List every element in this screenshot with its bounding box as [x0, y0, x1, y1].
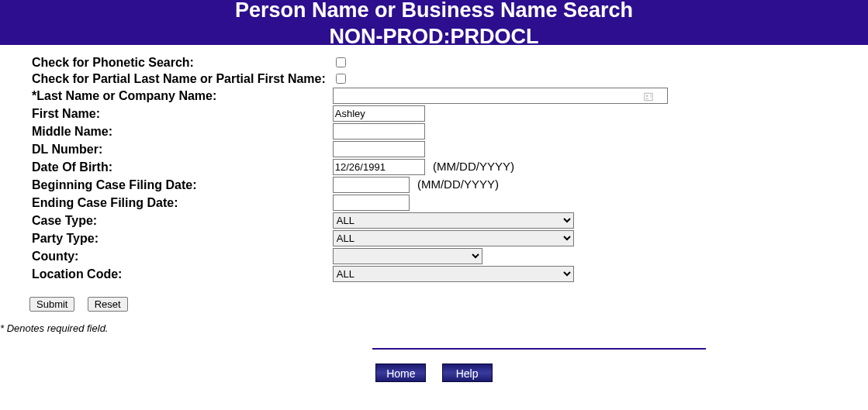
end-date-label: Ending Case Filing Date:: [29, 194, 330, 212]
party-type-label: Party Type:: [29, 229, 330, 247]
lastname-input[interactable]: [333, 88, 668, 104]
partial-checkbox[interactable]: [336, 74, 346, 84]
footer-divider: [372, 348, 706, 350]
dlnumber-label: DL Number:: [29, 140, 330, 158]
footer: Home Help: [0, 348, 868, 382]
dob-input[interactable]: [333, 159, 425, 175]
middlename-label: Middle Name:: [29, 122, 330, 140]
submit-button[interactable]: Submit: [29, 297, 74, 312]
search-form: Check for Phonetic Search: Check for Par…: [0, 45, 868, 283]
contact-card-icon: [643, 91, 654, 102]
header-subtitle: NON-PROD:PRDOCL: [0, 24, 868, 45]
home-button[interactable]: Home: [375, 363, 426, 382]
case-type-label: Case Type:: [29, 212, 330, 229]
county-label: County:: [29, 247, 330, 265]
case-type-select[interactable]: ALL: [333, 212, 574, 229]
dob-label: Date Of Birth:: [29, 158, 330, 176]
middlename-input[interactable]: [333, 123, 425, 140]
location-label: Location Code:: [29, 265, 330, 283]
party-type-select[interactable]: ALL: [333, 230, 574, 246]
header-title: Person Name or Business Name Search: [0, 0, 868, 22]
help-button[interactable]: Help: [442, 363, 493, 382]
required-footnote: * Denotes required field.: [0, 312, 868, 334]
county-select[interactable]: [333, 248, 482, 264]
svg-point-1: [646, 95, 648, 97]
begin-date-label: Beginning Case Filing Date:: [29, 176, 330, 194]
phonetic-label: Check for Phonetic Search:: [29, 54, 330, 71]
begin-date-hint: (MM/DD/YYYY): [413, 177, 499, 191]
button-row: Submit Reset: [0, 283, 868, 312]
end-date-input[interactable]: [333, 195, 410, 211]
begin-date-input[interactable]: [333, 177, 410, 193]
location-select[interactable]: ALL: [333, 266, 574, 282]
lastname-label: *Last Name or Company Name:: [29, 87, 330, 105]
firstname-label: First Name:: [29, 105, 330, 122]
firstname-input[interactable]: [333, 105, 425, 122]
dlnumber-input[interactable]: [333, 141, 425, 157]
partial-label: Check for Partial Last Name or Partial F…: [29, 71, 330, 87]
phonetic-checkbox[interactable]: [336, 57, 346, 67]
page-header: Person Name or Business Name Search NON-…: [0, 0, 868, 45]
reset-button[interactable]: Reset: [88, 297, 128, 312]
dob-hint: (MM/DD/YYYY): [428, 160, 514, 173]
